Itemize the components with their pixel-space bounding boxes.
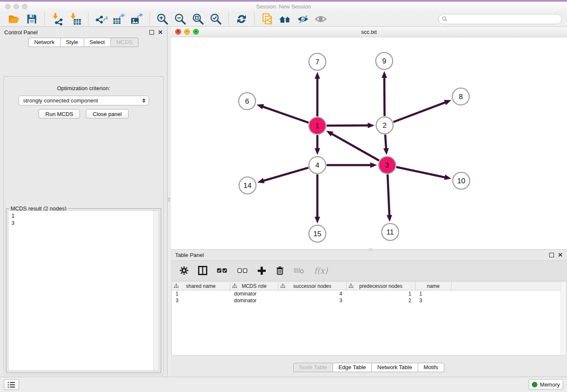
control-panel-tabs: Network Style Select MCDS xyxy=(0,38,167,47)
graph-edge-2-3[interactable] xyxy=(385,135,386,149)
export-image-icon xyxy=(130,13,143,25)
zoom-out-button[interactable] xyxy=(173,12,187,26)
column-header-mcds-role[interactable]: MCDS role xyxy=(230,282,278,290)
graph-edge-3-1[interactable] xyxy=(331,133,379,160)
column-header-successor-nodes[interactable]: successor nodes xyxy=(278,282,347,290)
zoom-fit-button[interactable] xyxy=(191,12,205,26)
cell-shared-name[interactable]: 3 xyxy=(172,297,230,304)
tab-network-table[interactable]: Network Table xyxy=(372,363,418,372)
tab-motifs[interactable]: Motifs xyxy=(418,363,444,372)
network-canvas[interactable]: 7968124314101511 xyxy=(171,37,567,250)
zoom-out-icon xyxy=(174,13,187,25)
table-row[interactable]: 1 dominator 4 1 1 xyxy=(172,290,566,297)
global-search-field[interactable] xyxy=(438,14,562,24)
column-label: successor nodes xyxy=(293,283,331,289)
search-input[interactable] xyxy=(449,16,561,22)
delete-table-icon[interactable] xyxy=(294,267,305,274)
cell-successor-nodes[interactable]: 4 xyxy=(278,290,347,297)
import-table-button[interactable] xyxy=(68,12,83,26)
column-label: name xyxy=(427,283,440,289)
table-row[interactable]: 3 dominator 3 2 3 xyxy=(172,297,566,304)
split-pane-icon[interactable] xyxy=(198,266,207,275)
graph-edge-2-9[interactable] xyxy=(384,77,385,116)
import-network-button[interactable] xyxy=(50,12,65,26)
network-window-titlebar[interactable]: ✕ − + scc.txt xyxy=(171,27,567,37)
column-header-predecessor-nodes[interactable]: predecessor nodes xyxy=(347,282,416,290)
eye-slash-icon xyxy=(297,13,309,25)
graph-edge-1-2[interactable] xyxy=(327,125,369,126)
zoom-in-button[interactable] xyxy=(155,12,170,26)
graph-edge-arrowhead xyxy=(383,148,389,155)
cell-predecessor-nodes[interactable]: 1 xyxy=(347,290,416,297)
open-session-button[interactable] xyxy=(7,12,21,26)
export-network-button[interactable] xyxy=(94,12,108,26)
column-header-shared-name[interactable]: shared name xyxy=(172,282,230,290)
cell-name[interactable]: 3 xyxy=(416,297,451,304)
close-panel-icon[interactable]: ✕ xyxy=(158,30,163,35)
deselect-all-checkboxes-icon[interactable] xyxy=(237,267,248,274)
zoom-selected-button[interactable] xyxy=(209,12,223,26)
close-panel-button[interactable]: Close panel xyxy=(86,109,129,119)
horizontal-splitter-grip[interactable] xyxy=(369,248,372,251)
cell-name[interactable]: 1 xyxy=(416,290,451,297)
graph-edge-1-6[interactable] xyxy=(262,106,308,123)
float-table-panel-icon[interactable] xyxy=(549,253,554,257)
add-column-plus-icon[interactable] xyxy=(257,266,266,275)
maximize-network-icon[interactable]: + xyxy=(193,29,199,35)
vertical-splitter[interactable] xyxy=(168,27,171,377)
table-panel: Table Panel ✕ xyxy=(171,250,567,377)
task-history-button[interactable] xyxy=(4,379,19,390)
apply-layout-button[interactable] xyxy=(234,12,249,26)
export-table-button[interactable] xyxy=(112,12,126,26)
tab-node-table[interactable]: Node Table xyxy=(293,363,333,372)
select-all-checkboxes-icon[interactable] xyxy=(217,267,228,274)
run-mcds-button[interactable]: Run MCDS xyxy=(39,109,80,119)
cell-shared-name[interactable]: 1 xyxy=(172,290,230,297)
splitter-grip[interactable] xyxy=(168,198,170,202)
mcds-result-list[interactable]: 1 3 xyxy=(8,210,159,371)
graph-edge-arrowhead xyxy=(315,148,320,155)
delete-column-trash-icon[interactable] xyxy=(275,266,284,275)
result-scrollbar[interactable] xyxy=(153,211,159,370)
show-eye-button[interactable] xyxy=(314,12,328,26)
tab-edge-table[interactable]: Edge Table xyxy=(333,363,372,372)
graph-edge-arrowhead xyxy=(257,178,264,183)
network-view-window: ✕ − + scc.txt 7968124314101511 xyxy=(171,27,567,250)
column-settings-gear-icon[interactable] xyxy=(179,266,189,275)
clone-network-button[interactable] xyxy=(260,12,275,26)
column-type-icon xyxy=(174,284,179,288)
mcds-result-group: MCDS result (2 nodes) 1 3 xyxy=(6,208,161,373)
mcds-panel: Optimization criterion: strongly connect… xyxy=(3,76,164,375)
cell-successor-nodes[interactable]: 3 xyxy=(278,297,347,304)
column-label: MCDS role xyxy=(242,283,267,289)
export-image-button[interactable] xyxy=(129,12,144,26)
close-network-icon[interactable]: ✕ xyxy=(175,29,181,35)
hide-annotations-button[interactable] xyxy=(296,12,310,26)
float-panel-icon[interactable] xyxy=(149,30,154,35)
cell-mcds-role[interactable]: dominator xyxy=(230,290,278,297)
zoom-in-icon xyxy=(156,13,169,25)
cell-mcds-role[interactable]: dominator xyxy=(230,297,278,304)
table-scrollbar[interactable] xyxy=(561,282,566,355)
graph-edge-4-14[interactable] xyxy=(263,168,308,181)
main-area: Control Panel ✕ Network Style Select MCD… xyxy=(0,27,567,377)
optimization-criterion-select[interactable]: strongly connected component xyxy=(19,96,149,105)
graph-edge-2-8[interactable] xyxy=(394,102,446,122)
function-builder-icon[interactable]: f(x) xyxy=(314,266,328,275)
graph-edge-3-11[interactable] xyxy=(388,174,389,216)
app-title: Session: New Session xyxy=(0,3,567,10)
memory-button[interactable]: Memory xyxy=(528,379,563,390)
save-session-button[interactable] xyxy=(25,12,39,26)
cell-predecessor-nodes[interactable]: 2 xyxy=(347,297,416,304)
memory-label: Memory xyxy=(540,381,560,388)
column-label: predecessor nodes xyxy=(359,283,402,289)
tab-style[interactable]: Style xyxy=(60,38,84,47)
close-table-panel-icon[interactable]: ✕ xyxy=(558,253,563,257)
tab-network[interactable]: Network xyxy=(28,38,61,47)
reset-home-button[interactable] xyxy=(278,12,292,26)
graph-edge-3-10[interactable] xyxy=(396,167,446,178)
minimize-network-icon[interactable]: − xyxy=(184,29,190,35)
tab-select[interactable]: Select xyxy=(84,38,111,47)
tab-mcds[interactable]: MCDS xyxy=(110,38,138,47)
column-header-name[interactable]: name xyxy=(416,282,451,290)
